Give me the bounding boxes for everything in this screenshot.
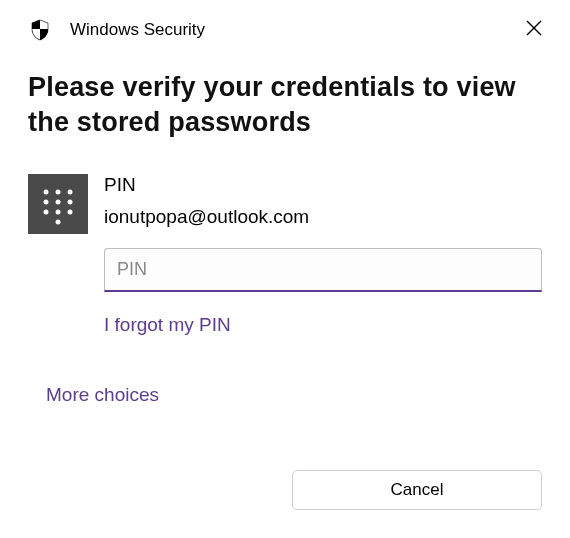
svg-point-10 bbox=[68, 210, 73, 215]
svg-point-3 bbox=[56, 190, 61, 195]
close-icon bbox=[526, 20, 542, 36]
auth-method-label: PIN bbox=[104, 174, 542, 196]
forgot-pin-link[interactable]: I forgot my PIN bbox=[104, 314, 542, 336]
shield-icon bbox=[28, 18, 52, 42]
svg-point-8 bbox=[44, 210, 49, 215]
auth-fields: PIN ionutpopa@outlook.com I forgot my PI… bbox=[104, 174, 542, 336]
button-row: Cancel bbox=[28, 470, 542, 510]
svg-point-2 bbox=[44, 190, 49, 195]
close-button[interactable] bbox=[518, 12, 550, 44]
more-choices-link[interactable]: More choices bbox=[46, 384, 542, 406]
svg-point-9 bbox=[56, 210, 61, 215]
svg-point-5 bbox=[44, 200, 49, 205]
svg-point-4 bbox=[68, 190, 73, 195]
app-title: Windows Security bbox=[70, 20, 205, 40]
account-email: ionutpopa@outlook.com bbox=[104, 206, 542, 228]
pin-input[interactable] bbox=[104, 248, 542, 292]
title-bar: Windows Security bbox=[28, 18, 542, 42]
credential-dialog: Windows Security Please verify your cred… bbox=[0, 0, 570, 538]
svg-point-6 bbox=[56, 200, 61, 205]
svg-point-7 bbox=[68, 200, 73, 205]
keypad-icon bbox=[28, 174, 88, 234]
auth-section: PIN ionutpopa@outlook.com I forgot my PI… bbox=[28, 174, 542, 336]
cancel-button[interactable]: Cancel bbox=[292, 470, 542, 510]
svg-point-11 bbox=[56, 220, 61, 225]
dialog-heading: Please verify your credentials to view t… bbox=[28, 70, 542, 140]
